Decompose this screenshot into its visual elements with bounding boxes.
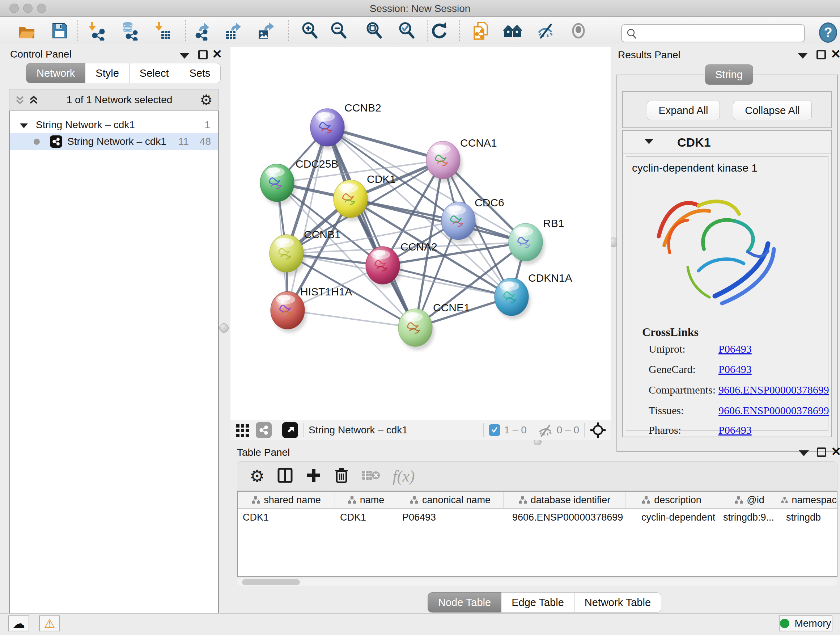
panel-menu-icon[interactable] xyxy=(180,53,189,59)
function-builder-icon[interactable]: f(x) xyxy=(393,467,415,486)
network-node-ccna1[interactable] xyxy=(426,141,462,182)
column-header[interactable]: description xyxy=(625,492,718,508)
network-node-rb1[interactable] xyxy=(508,223,545,264)
cell-canonical-name[interactable]: P06493 xyxy=(397,509,504,526)
panel-menu-icon[interactable] xyxy=(798,53,808,59)
network-node-ccnb2[interactable] xyxy=(310,109,347,150)
export-image-icon[interactable] xyxy=(256,21,276,41)
cloud-status-button[interactable]: ☁ xyxy=(8,616,29,631)
delete-table-icon[interactable] xyxy=(362,469,380,483)
tab-select[interactable]: Select xyxy=(129,63,180,83)
panel-menu-icon[interactable] xyxy=(799,450,809,456)
zoom-selected-icon[interactable] xyxy=(397,21,417,41)
network-node-hist1h1a[interactable] xyxy=(271,291,307,333)
tab-edge-table[interactable]: Edge Table xyxy=(501,592,575,613)
open-session-icon[interactable] xyxy=(17,21,36,41)
column-header[interactable]: name xyxy=(335,492,397,508)
column-header[interactable]: canonical name xyxy=(397,492,504,508)
network-node-ccne1[interactable] xyxy=(398,309,434,350)
network-edge[interactable] xyxy=(287,310,415,328)
tab-style[interactable]: Style xyxy=(85,63,129,83)
crosslink-link[interactable]: P06493 xyxy=(718,424,752,436)
show-all-icon[interactable] xyxy=(569,21,588,41)
export-table-icon[interactable] xyxy=(224,21,243,41)
hide-selected-icon[interactable] xyxy=(536,21,555,41)
birdseye-view-icon[interactable] xyxy=(282,422,298,438)
attribute-icon xyxy=(642,496,651,504)
column-header[interactable]: database identifier xyxy=(504,492,625,508)
expand-all-button[interactable]: Expand All xyxy=(647,101,720,120)
float-panel-icon[interactable] xyxy=(817,448,826,457)
network-edge[interactable] xyxy=(287,127,327,310)
cell-database-identifier[interactable]: 9606.ENSP00000378699 xyxy=(504,509,625,526)
cell-description[interactable]: cyclin-dependent ... xyxy=(625,509,718,526)
column-header[interactable]: @id xyxy=(718,492,781,508)
tree-collapse-icon[interactable] xyxy=(20,119,28,131)
string-network-graph[interactable]: CCNB2CCNA1CDC25BCDK1CDC6RB1CCNB1CCNA2CDK… xyxy=(231,47,611,420)
delete-column-trash-icon[interactable] xyxy=(334,467,349,485)
crosslink-link[interactable]: P06493 xyxy=(718,343,752,355)
cell-at-id[interactable]: stringdb:9... xyxy=(718,509,781,526)
network-node-cdk1[interactable] xyxy=(333,180,370,221)
selected-checkbox-icon[interactable] xyxy=(489,424,500,436)
add-column-icon[interactable] xyxy=(306,467,322,485)
network-canvas[interactable]: CCNB2CCNA1CDC25BCDK1CDC6RB1CCNB1CCNA2CDK… xyxy=(231,47,611,420)
cell-name[interactable]: CDK1 xyxy=(335,509,397,526)
network-node-cdkn1a[interactable] xyxy=(494,278,531,319)
gene-header-row[interactable]: CDK1 xyxy=(623,131,831,154)
show-columns-icon[interactable] xyxy=(277,467,294,485)
memory-button[interactable]: Memory xyxy=(779,616,832,631)
table-row[interactable]: CDK1 CDK1 P06493 9606.ENSP00000378699 cy… xyxy=(238,509,837,526)
import-table-icon[interactable] xyxy=(152,21,172,41)
refresh-icon[interactable] xyxy=(429,21,448,41)
close-panel-icon[interactable]: ✕ xyxy=(831,49,840,59)
zoom-out-icon[interactable] xyxy=(329,21,349,41)
expand-all-icon[interactable] xyxy=(28,94,39,106)
fit-selected-crosshair-icon[interactable] xyxy=(590,422,606,439)
network-edge[interactable] xyxy=(327,127,415,328)
network-tree-root-row[interactable]: String Network – cdk1 1 xyxy=(10,117,218,133)
cell-namespace[interactable]: stringdb xyxy=(781,509,837,526)
crosslink-link[interactable]: 9606.ENSP00000378699 xyxy=(718,384,829,396)
grid-view-icon[interactable] xyxy=(235,423,250,437)
protein-structure-image xyxy=(644,175,796,320)
column-header[interactable]: namespac xyxy=(781,492,837,508)
bird-houses-icon[interactable] xyxy=(503,21,523,41)
crosslink-link[interactable]: P06493 xyxy=(718,363,752,375)
float-panel-icon[interactable] xyxy=(816,50,826,59)
tab-network[interactable]: Network xyxy=(26,63,85,83)
tab-network-table[interactable]: Network Table xyxy=(575,592,661,613)
crosslink-label: Pharos: xyxy=(649,424,681,436)
search-input[interactable] xyxy=(621,24,805,42)
zoom-fit-icon[interactable] xyxy=(365,21,384,41)
network-tree-child-row[interactable]: String Network – cdk1 11 48 xyxy=(10,133,218,150)
table-horizontal-scrollbar[interactable] xyxy=(237,578,837,586)
network-options-gear-icon[interactable]: ⚙ xyxy=(200,92,213,108)
collapse-all-button[interactable]: Collapse All xyxy=(733,101,812,120)
tab-string[interactable]: String xyxy=(705,65,753,85)
collapse-entry-icon[interactable] xyxy=(645,139,653,144)
collapse-all-icon[interactable] xyxy=(14,94,25,106)
network-node-cdc25b[interactable] xyxy=(260,164,296,205)
import-network-file-icon[interactable] xyxy=(86,21,106,41)
cell-shared-name[interactable]: CDK1 xyxy=(238,509,335,526)
table-options-gear-icon[interactable]: ⚙ xyxy=(249,466,264,486)
tab-node-table[interactable]: Node Table xyxy=(428,592,501,613)
left-splitter-grip[interactable] xyxy=(219,323,229,333)
close-panel-icon[interactable]: ✕ xyxy=(212,49,223,59)
clone-network-icon[interactable] xyxy=(471,21,491,41)
help-icon[interactable]: ? xyxy=(819,22,837,43)
export-network-icon[interactable] xyxy=(194,21,213,41)
save-session-icon[interactable] xyxy=(50,21,69,41)
expand-collapse-box: Expand All Collapse All xyxy=(622,91,832,128)
crosslink-link[interactable]: 9606.ENSP00000378699 xyxy=(718,404,829,417)
close-panel-icon[interactable]: ✕ xyxy=(831,447,840,456)
tab-sets[interactable]: Sets xyxy=(179,63,221,83)
network-share-view-icon[interactable] xyxy=(256,422,272,438)
scrollbar-thumb[interactable] xyxy=(242,579,300,585)
warnings-button[interactable]: ⚠ xyxy=(39,616,60,631)
column-header[interactable]: shared name xyxy=(238,492,335,508)
float-panel-icon[interactable] xyxy=(198,50,208,59)
zoom-in-icon[interactable] xyxy=(300,21,320,41)
import-network-database-icon[interactable] xyxy=(119,21,139,41)
